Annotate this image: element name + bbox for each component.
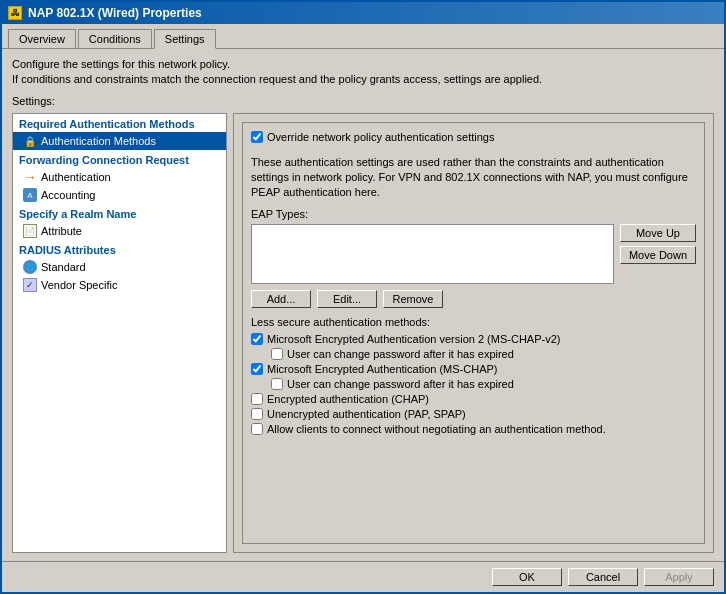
override-label: Override network policy authentication s… xyxy=(267,131,494,143)
override-checkbox[interactable] xyxy=(251,131,263,143)
override-legend: Override network policy authentication s… xyxy=(251,131,696,143)
eap-action-buttons: Add... Edit... Remove xyxy=(251,290,696,308)
settings-label: Settings: xyxy=(12,95,714,107)
override-group: Override network policy authentication s… xyxy=(242,122,705,544)
attribute-icon: 📄 xyxy=(23,224,37,238)
ok-button[interactable]: OK xyxy=(492,568,562,586)
nav-item-auth-methods-label: Authentication Methods xyxy=(41,135,156,147)
mschap-label: Microsoft Encrypted Authentication (MS-C… xyxy=(267,363,497,375)
move-up-button[interactable]: Move Up xyxy=(620,224,696,242)
description-line2: If conditions and constraints match the … xyxy=(12,72,714,87)
no-negotiate-label: Allow clients to connect without negotia… xyxy=(267,423,606,435)
globe-icon: 🌐 xyxy=(23,260,37,274)
mschap-v2-checkbox[interactable] xyxy=(251,333,263,345)
eap-listbox[interactable] xyxy=(251,224,614,284)
description-line1: Configure the settings for this network … xyxy=(12,57,714,72)
checkbox-mschap-change-pw: User can change password after it has ex… xyxy=(251,378,696,390)
nav-item-authentication[interactable]: → Authentication xyxy=(13,168,226,186)
nav-item-vendor-specific[interactable]: ✓ Vendor Specific xyxy=(13,276,226,294)
description: Configure the settings for this network … xyxy=(12,57,714,87)
mschap-checkbox[interactable] xyxy=(251,363,263,375)
tab-overview[interactable]: Overview xyxy=(8,29,76,49)
arrow-right-icon: → xyxy=(23,170,37,184)
nav-item-standard[interactable]: 🌐 Standard xyxy=(13,258,226,276)
checkbox-mschap-v2-change-pw: User can change password after it has ex… xyxy=(251,348,696,360)
mschap-v2-label: Microsoft Encrypted Authentication versi… xyxy=(267,333,560,345)
checkbox-no-negotiate: Allow clients to connect without negotia… xyxy=(251,423,696,435)
pap-checkbox[interactable] xyxy=(251,408,263,420)
left-nav-panel: Required Authentication Methods 🔒 Authen… xyxy=(12,113,227,553)
nav-item-attribute[interactable]: 📄 Attribute xyxy=(13,222,226,240)
nav-item-accounting-label: Accounting xyxy=(41,189,95,201)
content-area: Configure the settings for this network … xyxy=(2,49,724,561)
nav-section-required-auth[interactable]: Required Authentication Methods xyxy=(13,114,226,132)
chap-label: Encrypted authentication (CHAP) xyxy=(267,393,429,405)
main-window: 🖧 NAP 802.1X (Wired) Properties Overview… xyxy=(0,0,726,594)
move-down-button[interactable]: Move Down xyxy=(620,246,696,264)
apply-button[interactable]: Apply xyxy=(644,568,714,586)
remove-button[interactable]: Remove xyxy=(383,290,443,308)
eap-controls: Move Up Move Down xyxy=(251,224,696,284)
mschap-change-pw-label: User can change password after it has ex… xyxy=(287,378,514,390)
lock-icon: 🔒 xyxy=(23,134,37,148)
nav-section-forwarding[interactable]: Forwarding Connection Request xyxy=(13,150,226,168)
tab-conditions[interactable]: Conditions xyxy=(78,29,152,49)
less-secure-section: Less secure authentication methods: Micr… xyxy=(251,316,696,435)
vendor-icon: ✓ xyxy=(23,278,37,292)
eap-section: EAP Types: Move Up Move Down Add... xyxy=(251,208,696,308)
title-bar: 🖧 NAP 802.1X (Wired) Properties xyxy=(2,2,724,24)
edit-button[interactable]: Edit... xyxy=(317,290,377,308)
pap-label: Unencrypted authentication (PAP, SPAP) xyxy=(267,408,466,420)
nav-item-standard-label: Standard xyxy=(41,261,86,273)
chap-checkbox[interactable] xyxy=(251,393,263,405)
tabs-bar: Overview Conditions Settings xyxy=(2,24,724,49)
mschap-v2-change-pw-checkbox[interactable] xyxy=(271,348,283,360)
cancel-button[interactable]: Cancel xyxy=(568,568,638,586)
accounting-icon: A xyxy=(23,188,37,202)
eap-list[interactable] xyxy=(252,225,613,283)
tab-settings[interactable]: Settings xyxy=(154,29,216,49)
bottom-bar: OK Cancel Apply xyxy=(2,561,724,592)
mschap-change-pw-checkbox[interactable] xyxy=(271,378,283,390)
override-description: These authentication settings are used r… xyxy=(251,155,696,200)
nav-item-auth-methods[interactable]: 🔒 Authentication Methods xyxy=(13,132,226,150)
nav-section-radius[interactable]: RADIUS Attributes xyxy=(13,240,226,258)
window-icon: 🖧 xyxy=(8,6,22,20)
checkbox-chap: Encrypted authentication (CHAP) xyxy=(251,393,696,405)
no-negotiate-checkbox[interactable] xyxy=(251,423,263,435)
main-panel: Required Authentication Methods 🔒 Authen… xyxy=(12,113,714,553)
mschap-v2-change-pw-label: User can change password after it has ex… xyxy=(287,348,514,360)
nav-item-attribute-label: Attribute xyxy=(41,225,82,237)
nav-item-vendor-label: Vendor Specific xyxy=(41,279,117,291)
window-title: NAP 802.1X (Wired) Properties xyxy=(28,6,202,20)
nav-section-realm[interactable]: Specify a Realm Name xyxy=(13,204,226,222)
add-button[interactable]: Add... xyxy=(251,290,311,308)
right-panel: Override network policy authentication s… xyxy=(233,113,714,553)
nav-item-accounting[interactable]: A Accounting xyxy=(13,186,226,204)
checkbox-mschap: Microsoft Encrypted Authentication (MS-C… xyxy=(251,363,696,375)
eap-label: EAP Types: xyxy=(251,208,696,220)
checkbox-pap: Unencrypted authentication (PAP, SPAP) xyxy=(251,408,696,420)
checkbox-mschap-v2: Microsoft Encrypted Authentication versi… xyxy=(251,333,696,345)
less-secure-label: Less secure authentication methods: xyxy=(251,316,696,328)
nav-item-authentication-label: Authentication xyxy=(41,171,111,183)
eap-move-buttons: Move Up Move Down xyxy=(620,224,696,264)
